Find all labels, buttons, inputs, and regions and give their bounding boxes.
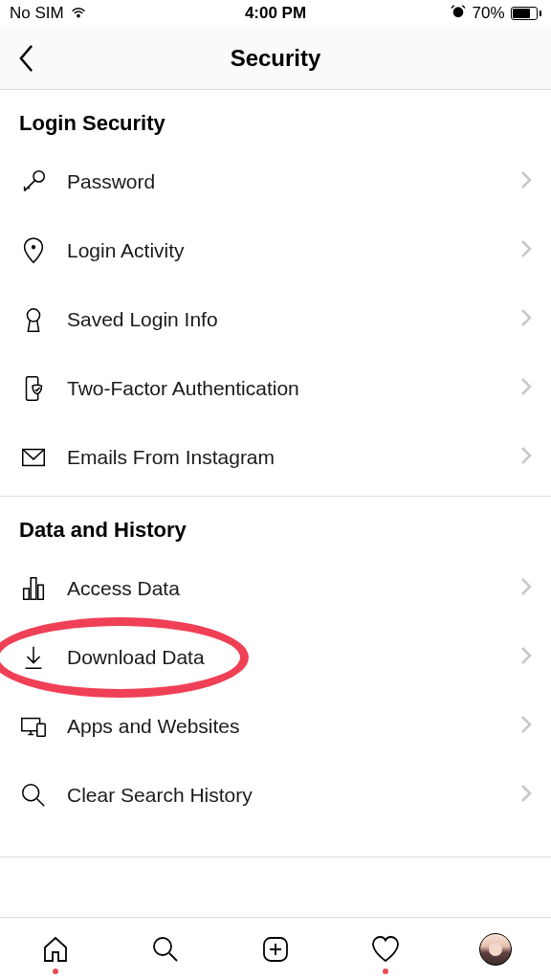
status-bar: No SIM 4:00 PM 70% bbox=[0, 0, 551, 27]
svg-point-11 bbox=[23, 785, 39, 801]
item-label: Password bbox=[57, 170, 520, 193]
chevron-right-icon bbox=[520, 446, 532, 469]
list-item-apps-and-websites[interactable]: Apps and Websites bbox=[0, 692, 551, 761]
devices-icon bbox=[19, 712, 57, 741]
tab-home[interactable] bbox=[33, 926, 78, 972]
magnifying-glass-icon bbox=[19, 781, 57, 810]
wifi-icon bbox=[70, 4, 87, 23]
list-item-login-activity[interactable]: Login Activity bbox=[0, 216, 551, 285]
heart-icon bbox=[370, 934, 401, 965]
list-item-saved-login-info[interactable]: Saved Login Info bbox=[0, 285, 551, 354]
chevron-right-icon bbox=[520, 577, 532, 600]
svg-point-2 bbox=[33, 246, 35, 249]
section-header-login-security: Login Security bbox=[0, 90, 551, 147]
phone-shield-icon bbox=[19, 374, 57, 403]
status-right: 70% bbox=[451, 4, 541, 24]
item-label: Two-Factor Authentication bbox=[57, 377, 520, 400]
tab-new-post[interactable] bbox=[253, 926, 298, 972]
item-label: Clear Search History bbox=[57, 784, 520, 807]
battery-icon bbox=[511, 7, 542, 20]
key-icon bbox=[19, 167, 57, 196]
battery-percentage: 70% bbox=[472, 4, 504, 23]
settings-content: Login Security Password Login Activity S… bbox=[0, 90, 551, 917]
avatar bbox=[479, 933, 512, 966]
svg-point-0 bbox=[454, 8, 463, 16]
chevron-right-icon bbox=[520, 239, 532, 262]
status-left: No SIM bbox=[10, 4, 87, 23]
notification-dot bbox=[383, 969, 388, 974]
list-item-download-data[interactable]: Download Data bbox=[0, 623, 551, 692]
svg-rect-7 bbox=[31, 578, 36, 600]
nav-header: Security bbox=[0, 27, 551, 90]
list-item-password[interactable]: Password bbox=[0, 147, 551, 216]
notification-dot bbox=[53, 969, 58, 974]
carrier-text: No SIM bbox=[10, 4, 64, 23]
location-pin-icon bbox=[19, 236, 57, 265]
item-label: Saved Login Info bbox=[57, 308, 520, 331]
item-label: Login Activity bbox=[57, 239, 520, 262]
page-title: Security bbox=[231, 45, 321, 72]
alarm-icon bbox=[451, 4, 466, 24]
home-icon bbox=[40, 934, 71, 965]
plus-square-icon bbox=[260, 934, 291, 965]
svg-rect-10 bbox=[37, 724, 45, 736]
bar-chart-icon bbox=[19, 574, 57, 603]
svg-point-12 bbox=[154, 938, 171, 955]
chevron-left-icon bbox=[18, 45, 35, 72]
section-divider bbox=[0, 857, 551, 858]
search-icon bbox=[150, 934, 181, 965]
item-label: Apps and Websites bbox=[57, 715, 520, 738]
list-item-emails-from-instagram[interactable]: Emails From Instagram bbox=[0, 423, 551, 492]
section-header-data-history: Data and History bbox=[0, 497, 551, 554]
item-label: Access Data bbox=[57, 577, 520, 600]
svg-rect-6 bbox=[24, 589, 30, 599]
keyhole-icon bbox=[19, 305, 57, 334]
list-item-two-factor-authentication[interactable]: Two-Factor Authentication bbox=[0, 354, 551, 423]
tab-activity[interactable] bbox=[363, 926, 408, 972]
tab-profile[interactable] bbox=[473, 926, 518, 972]
chevron-right-icon bbox=[520, 170, 532, 193]
tab-bar bbox=[0, 917, 551, 980]
back-button[interactable] bbox=[8, 39, 46, 78]
chevron-right-icon bbox=[520, 308, 532, 331]
chevron-right-icon bbox=[520, 377, 532, 400]
download-icon bbox=[19, 643, 57, 672]
item-label: Emails From Instagram bbox=[57, 446, 520, 469]
svg-point-3 bbox=[27, 309, 39, 322]
list-item-clear-search-history[interactable]: Clear Search History bbox=[0, 761, 551, 830]
tab-search[interactable] bbox=[143, 926, 188, 972]
chevron-right-icon bbox=[520, 646, 532, 669]
chevron-right-icon bbox=[520, 784, 532, 807]
list-item-access-data[interactable]: Access Data bbox=[0, 554, 551, 623]
item-label: Download Data bbox=[57, 646, 520, 669]
chevron-right-icon bbox=[520, 715, 532, 738]
svg-rect-8 bbox=[38, 585, 44, 599]
clock-time: 4:00 PM bbox=[245, 4, 306, 23]
mail-icon bbox=[19, 443, 57, 472]
